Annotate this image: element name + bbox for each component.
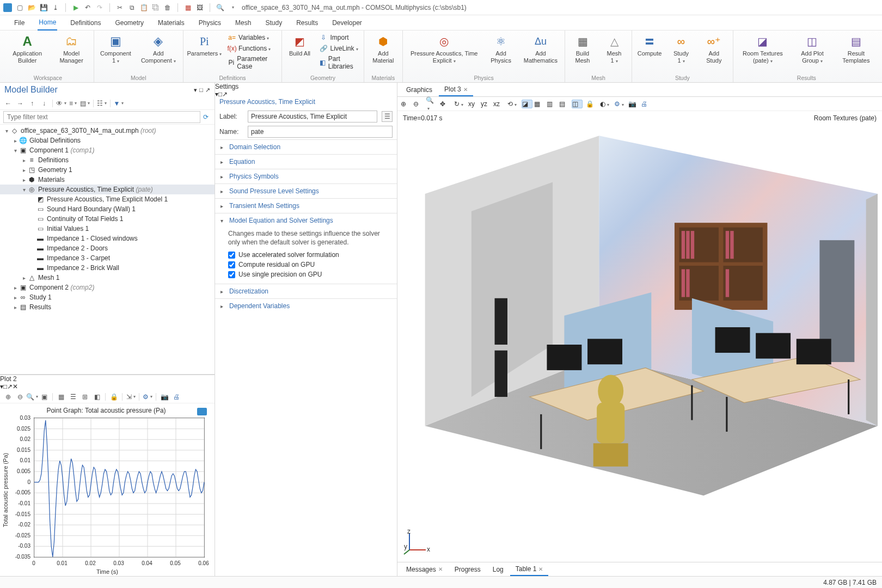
application-builder-button[interactable]: AApplication Builder (7, 33, 48, 65)
undo-icon[interactable]: ↶ (83, 3, 92, 12)
zoom-out-icon[interactable]: ⊖ (15, 392, 25, 402)
tree-node[interactable]: ▬Impedance 2 - Brick Wall (0, 263, 215, 273)
mesh-button[interactable]: △Mesh 1 (601, 33, 627, 65)
menu-physics[interactable]: Physics (198, 17, 222, 30)
tab-plot3[interactable]: Plot 3✕ (439, 83, 473, 96)
menu-file[interactable]: File (13, 17, 26, 30)
close-icon[interactable]: ✕ (13, 383, 18, 390)
tree-node[interactable]: ◩Pressure Acoustics, Time Explicit Model… (0, 194, 215, 204)
checkbox-row[interactable]: Compute residual on GPU (228, 260, 390, 270)
tree-node[interactable]: ▾◎Pressure Acoustics, Time Explicit (pat… (0, 185, 215, 194)
grid-icon[interactable]: ▦ (56, 392, 66, 402)
image-icon[interactable]: 🖼 (195, 3, 204, 12)
model-tree[interactable]: ▾◇office_space_63_30T0_N4_ma_out.mph (ro… (0, 125, 215, 374)
build-mesh-button[interactable]: ▦Build Mesh (569, 33, 596, 65)
result-templates-button[interactable]: ▤Result Templates (837, 33, 875, 65)
menu-definitions[interactable]: Definitions (69, 17, 102, 30)
add-study-button[interactable]: ∞⁺Add Study (700, 33, 728, 65)
snapshot-icon[interactable]: 📷 (628, 100, 639, 108)
lock-icon[interactable]: 🔒 (109, 392, 119, 402)
tab-messages[interactable]: Messages✕ (401, 564, 448, 575)
copy-icon[interactable]: ⧉ (127, 3, 136, 12)
parameter-case-button[interactable]: PiParameter Case (226, 54, 277, 71)
export-icon[interactable]: ⇲ (126, 392, 136, 402)
menu-developer[interactable]: Developer (331, 17, 363, 30)
graphics-canvas[interactable]: Time=0.017 s Room Textures (pate) (397, 111, 882, 562)
model-manager-button[interactable]: 🗂Model Manager (53, 33, 89, 65)
checkbox[interactable] (228, 252, 235, 259)
filter-icon[interactable]: ▼ (114, 99, 124, 108)
tree-node[interactable]: ▸≡Definitions (0, 155, 215, 165)
tree-node[interactable]: ▬Impedance 2 - Doors (0, 243, 215, 253)
plot2-chart[interactable] (34, 418, 205, 558)
up-icon[interactable]: ↑ (27, 99, 37, 108)
label-input[interactable] (248, 111, 377, 122)
sel-mesh-icon[interactable]: ◫ (572, 100, 583, 108)
goto-icon[interactable]: ☰ (382, 111, 393, 122)
redo-icon[interactable]: ↷ (95, 3, 104, 12)
checkbox[interactable] (228, 271, 235, 278)
scene-light-icon[interactable]: ◐ (600, 100, 611, 108)
zoom-out-icon[interactable]: ⊖ (413, 100, 424, 108)
detach-icon[interactable]: ↗ (222, 90, 228, 98)
add-material-button[interactable]: ⬢Add Material (369, 33, 399, 65)
tree-node[interactable]: ▸▤Results (0, 302, 215, 312)
section-header[interactable]: ▸Equation (215, 155, 397, 169)
sel-point-icon[interactable]: ▤ (559, 100, 570, 108)
qat-more-icon[interactable] (228, 3, 236, 12)
collapse-icon[interactable]: ≡ (68, 99, 78, 108)
menu-home[interactable]: Home (38, 16, 57, 30)
delete-icon[interactable]: 🗑 (163, 3, 172, 12)
close-icon[interactable]: ✕ (538, 566, 543, 572)
duplicate-icon[interactable]: ⿻ (151, 3, 160, 12)
selection-icon[interactable]: ▦ (183, 3, 192, 12)
section-header[interactable]: ▸Domain Selection (215, 140, 397, 154)
open-icon[interactable]: 📂 (27, 3, 36, 12)
zoom-in-icon[interactable]: ⊕ (3, 392, 13, 402)
tree-node[interactable]: ▸∞Study 1 (0, 292, 215, 302)
legend-icon[interactable]: ☰ (68, 392, 78, 402)
forward-icon[interactable]: → (15, 99, 25, 108)
physics-main-button[interactable]: ◎Pressure Acoustics, Time Explicit (407, 33, 481, 65)
tab-table1[interactable]: Table 1✕ (510, 563, 549, 576)
tree-node[interactable]: ▸🌐Global Definitions (0, 136, 215, 145)
section-header[interactable]: ▸Discretization (215, 284, 397, 298)
expand-icon[interactable]: ▤ (80, 99, 90, 108)
tree-node[interactable]: ▸◳Geometry 1 (0, 165, 215, 175)
checkbox-row[interactable]: Use accelerated solver formulation (228, 250, 390, 260)
tree-filter-input[interactable] (3, 111, 200, 123)
sel-domain-icon[interactable]: ◪ (522, 100, 532, 108)
print-icon[interactable]: 🖨 (641, 100, 652, 108)
section-header[interactable]: ▾Model Equation and Solver Settings (215, 213, 397, 228)
tree-node[interactable]: ▾▣Component 1 (comp1) (0, 145, 215, 155)
save-icon[interactable]: 💾 (39, 3, 48, 12)
tab-log[interactable]: Log (487, 564, 509, 575)
checkbox[interactable] (228, 261, 235, 268)
tree-node[interactable]: ▾◇office_space_63_30T0_N4_ma_out.mph (ro… (0, 126, 215, 136)
view-xy-icon[interactable]: xy (468, 100, 479, 108)
tree-node[interactable]: ▸△Mesh 1 (0, 273, 215, 283)
tree-node[interactable]: ▬Impedance 3 - Carpet (0, 253, 215, 263)
rotate-icon[interactable]: ↻ (454, 100, 465, 108)
component-button[interactable]: ▣Component 1 (99, 33, 133, 65)
maximize-icon[interactable]: □ (199, 87, 203, 94)
plot-group-button[interactable]: ◪Room Textures (pate) (738, 33, 788, 65)
name-input[interactable] (248, 126, 393, 138)
detach-icon[interactable]: ↗ (7, 383, 13, 390)
saveas-icon[interactable]: ⤓ (51, 3, 60, 12)
gear-icon[interactable]: ⚙ (143, 392, 152, 402)
import-button[interactable]: ⇩Import (318, 33, 359, 42)
sel-edge-icon[interactable]: ▥ (547, 100, 558, 108)
menu-geometry[interactable]: Geometry (114, 17, 145, 30)
zoom-in-icon[interactable]: ⊕ (401, 100, 412, 108)
snapshot-icon[interactable]: 📷 (160, 392, 169, 402)
zoom-box-icon[interactable]: 🔍 (426, 96, 437, 112)
back-icon[interactable]: ← (3, 99, 13, 108)
zoom-ext-icon[interactable]: ▣ (39, 392, 49, 402)
checkbox-row[interactable]: Use single precision on GPU (228, 270, 390, 279)
menu-materials[interactable]: Materials (157, 17, 186, 30)
section-header[interactable]: ▸Physics Symbols (215, 169, 397, 183)
section-header[interactable]: ▸Sound Pressure Level Settings (215, 184, 397, 198)
compute-button[interactable]: 〓Compute (636, 33, 663, 58)
tree-node[interactable]: ▭Initial Values 1 (0, 224, 215, 234)
